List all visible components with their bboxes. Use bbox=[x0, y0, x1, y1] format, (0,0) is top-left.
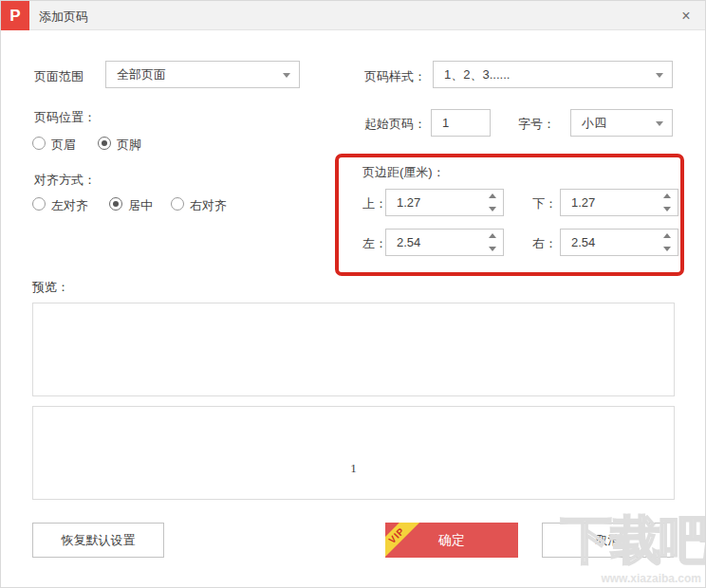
preview-label: 预览： bbox=[32, 279, 69, 296]
spin-down-icon[interactable] bbox=[489, 207, 496, 211]
alignment-label: 对齐方式： bbox=[34, 172, 96, 189]
margins-label: 页边距(厘米)： bbox=[362, 164, 445, 181]
chevron-down-icon bbox=[656, 121, 663, 126]
watermark-url: www.xiazaiba.com bbox=[601, 572, 701, 585]
radio-header[interactable] bbox=[32, 137, 46, 150]
preview-page-number: 1 bbox=[33, 461, 674, 476]
radio-align-center[interactable] bbox=[109, 197, 122, 211]
margin-bottom-spinner bbox=[660, 191, 676, 214]
preview-footer-box: 1 bbox=[32, 406, 675, 500]
radio-header-label[interactable]: 页眉 bbox=[51, 137, 76, 154]
ok-button-label: 确定 bbox=[438, 532, 465, 547]
close-icon[interactable]: × bbox=[677, 7, 696, 26]
restore-default-button[interactable]: 恢复默认设置 bbox=[32, 523, 164, 558]
spin-down-icon[interactable] bbox=[663, 247, 671, 251]
spin-up-icon[interactable] bbox=[489, 193, 496, 198]
radio-footer-label[interactable]: 页脚 bbox=[117, 137, 141, 154]
font-size-label: 字号： bbox=[518, 116, 555, 133]
radio-align-left-label[interactable]: 左对齐 bbox=[51, 197, 88, 214]
preview-header-box bbox=[32, 303, 675, 396]
font-size-select[interactable]: 小四 bbox=[570, 109, 673, 137]
page-range-select[interactable]: 全部页面 bbox=[105, 61, 300, 88]
spin-up-icon[interactable] bbox=[663, 193, 671, 198]
margin-left-label: 左： bbox=[362, 235, 387, 252]
spin-down-icon[interactable] bbox=[489, 247, 496, 251]
add-page-number-dialog: P 添加页码 × 页面范围 全部页面 页码样式： 1、2、3...... 页码位… bbox=[0, 0, 706, 588]
start-number-input[interactable] bbox=[431, 109, 491, 137]
number-style-label: 页码样式： bbox=[364, 68, 426, 85]
margin-top-spinner bbox=[486, 191, 501, 214]
margin-right-label: 右： bbox=[532, 235, 557, 252]
margin-top-label: 上： bbox=[362, 195, 387, 212]
chevron-down-icon bbox=[283, 73, 290, 78]
spin-down-icon[interactable] bbox=[663, 207, 671, 211]
dialog-title: 添加页码 bbox=[39, 9, 88, 26]
margin-left-spinner bbox=[486, 230, 501, 254]
radio-align-left[interactable] bbox=[32, 197, 46, 211]
title-bar: P 添加页码 × bbox=[1, 1, 705, 30]
radio-align-center-label[interactable]: 居中 bbox=[128, 197, 153, 214]
ok-button[interactable]: VIP 确定 bbox=[385, 523, 518, 558]
margin-right-spinner bbox=[660, 230, 676, 254]
chevron-down-icon bbox=[656, 73, 663, 78]
vip-badge: VIP bbox=[385, 523, 423, 558]
page-range-value: 全部页面 bbox=[117, 67, 166, 82]
app-logo-icon: P bbox=[1, 1, 29, 30]
page-range-label: 页面范围 bbox=[34, 68, 84, 85]
radio-align-right[interactable] bbox=[171, 197, 184, 211]
position-label: 页码位置： bbox=[34, 109, 96, 126]
spin-up-icon[interactable] bbox=[489, 233, 496, 238]
number-style-value: 1、2、3...... bbox=[444, 67, 510, 82]
radio-align-right-label[interactable]: 右对齐 bbox=[190, 197, 227, 214]
cancel-button[interactable]: 取消 bbox=[542, 523, 674, 558]
number-style-select[interactable]: 1、2、3...... bbox=[433, 61, 673, 88]
margin-bottom-label: 下： bbox=[532, 195, 557, 212]
start-number-label: 起始页码： bbox=[364, 116, 426, 133]
radio-footer[interactable] bbox=[98, 137, 111, 150]
spin-up-icon[interactable] bbox=[663, 233, 671, 238]
font-size-value: 小四 bbox=[582, 116, 606, 130]
